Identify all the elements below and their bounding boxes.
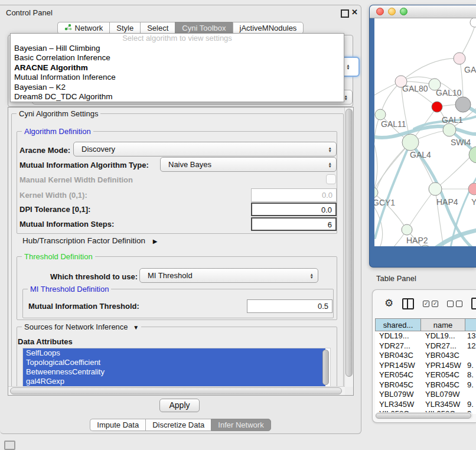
column-header[interactable]: name — [421, 318, 465, 331]
algorithm-option[interactable]: Bayesian – K2 — [11, 83, 344, 92]
control-panel-tabbar: NetworkStyleSelectCyni ToolboxjActiveMNo… — [0, 22, 361, 34]
list-scrollbar-thumb[interactable] — [322, 350, 329, 385]
table-cell: 13 — [465, 331, 476, 341]
apply-button[interactable]: Apply — [159, 399, 200, 412]
close-icon[interactable]: ✕ — [351, 8, 358, 17]
node-hap4[interactable] — [429, 182, 442, 195]
network-edge[interactable] — [435, 155, 472, 189]
table-row[interactable]: YPR145WYPR145W9. — [375, 361, 476, 371]
data-attribute-item[interactable]: gal4RGexp — [23, 377, 325, 386]
node-gal4[interactable] — [402, 134, 419, 151]
data-attribute-item[interactable]: SelfLoops — [23, 348, 325, 358]
table-row[interactable]: YBR045CYBR045C9. — [375, 380, 476, 390]
aracne-mode-label: Aracne Mode: — [19, 146, 70, 155]
table-header-row: shared...name — [375, 318, 476, 331]
tab-cyni-toolbox[interactable]: Cyni Toolbox — [175, 22, 232, 34]
float-panel-icon[interactable] — [341, 9, 349, 18]
tab-discretize-data[interactable]: Discretize Data — [145, 419, 211, 431]
table-row[interactable]: YLR345WYLR345W9. — [375, 400, 476, 410]
manual-kernel-checkbox[interactable] — [326, 174, 336, 184]
table-horizontal-scrollbar[interactable] — [375, 412, 473, 419]
aracne-mode-combo[interactable]: Discovery ▲▼ — [73, 142, 337, 156]
settings-vertical-scrollbar[interactable] — [344, 107, 353, 387]
table-row[interactable]: YBL079WYBL079W — [375, 390, 476, 400]
tab-label: jActiveMNodules — [240, 22, 297, 34]
data-attribute-item[interactable]: BetweennessCentrality — [23, 367, 325, 377]
group-title: Algorithm Definition — [22, 127, 93, 136]
table-row[interactable]: YBR043CYBR043C — [375, 351, 476, 361]
network-canvas[interactable]: GAL80GAL10GAL1GAL11GAL4SWI4GCY1HAP4HAP2G… — [374, 18, 476, 246]
data-attribute-item[interactable]: TopologicalCoefficient — [23, 358, 325, 367]
table-cell: 12 — [465, 341, 476, 351]
mi-type-label: Mutual Information Algorithm Type: — [19, 161, 149, 169]
dpi-tolerance-field[interactable]: 0.0 — [251, 203, 337, 216]
chevron-right-icon[interactable]: ▶ — [153, 238, 158, 244]
tab-style[interactable]: Style — [109, 22, 140, 34]
kernel-width-field[interactable]: 0.0 — [251, 188, 337, 202]
algorithm-option[interactable]: Mutual Information Inference — [11, 73, 344, 82]
algorithm-option[interactable]: Basic Correlation Inference — [11, 53, 344, 63]
tab-label: Impute Data — [97, 419, 139, 431]
node-gray[interactable] — [455, 97, 471, 112]
hub-definition-toggle[interactable]: Hub/Transcription Factor Definition ▶ — [22, 236, 158, 245]
tab-infer-network[interactable]: Infer Network — [211, 419, 270, 431]
algorithm-option[interactable]: ARACNE Algorithm — [11, 63, 344, 73]
table-cell: YBL079W — [421, 390, 465, 400]
scrollbar-thumb[interactable] — [376, 413, 471, 419]
algorithm-option[interactable]: Bayesian – Hill Climbing — [11, 44, 344, 53]
aracne-mode-value: Discovery — [81, 145, 115, 154]
hub-definition-label: Hub/Transcription Factor Definition — [22, 236, 145, 245]
node-red[interactable] — [432, 102, 442, 112]
data-attributes-list: SelfLoopsTopologicalCoefficientBetweenne… — [22, 348, 331, 387]
sources-toggle[interactable]: Sources for Network Inference ▼ — [22, 322, 141, 331]
algorithm-option[interactable]: Dream8 DC_TDC Algorithm — [11, 92, 344, 102]
table-body: YDL19...YDL19...13YDR27...YDR27...12YBR0… — [375, 331, 476, 414]
chevron-down-icon[interactable]: ▼ — [133, 324, 139, 331]
table-cell: YPR145W — [375, 361, 421, 371]
zoom-traffic-light-icon[interactable] — [400, 8, 407, 15]
tab-network[interactable]: Network — [57, 22, 110, 34]
mi-threshold-field[interactable]: 0.5 — [247, 299, 332, 313]
table-row[interactable]: YDL19...YDL19...13 — [375, 331, 476, 341]
node-top-partial[interactable] — [470, 18, 476, 27]
sources-title: Sources for Network Inference — [24, 322, 128, 331]
tab-jactivemnodules[interactable]: jActiveMNodules — [233, 22, 304, 34]
node-label-gcy1: GCY1 — [374, 198, 395, 207]
node-gal1[interactable] — [443, 123, 456, 136]
scrollbar-thumb[interactable] — [10, 387, 342, 394]
deselect-all-icon[interactable] — [447, 301, 462, 307]
column-layout-icon[interactable] — [402, 298, 414, 309]
tab-impute-data[interactable]: Impute Data — [90, 419, 145, 431]
node-label-swi4: SWI4 — [451, 138, 471, 147]
gear-icon[interactable]: ⚙ — [384, 298, 393, 309]
column-header[interactable] — [465, 318, 476, 331]
dpi-tolerance-label: DPI Tolerance [0,1]: — [19, 205, 90, 214]
which-threshold-combo[interactable]: MI Threshold ▲▼ — [139, 268, 318, 283]
node-label-y: Y — [471, 197, 476, 207]
mi-type-value: Naive Bayes — [168, 160, 211, 169]
minimize-traffic-light-icon[interactable] — [388, 8, 396, 15]
select-all-icon[interactable]: ✓ ✓ — [423, 301, 438, 307]
table-row[interactable]: YDR27...YDR27...12 — [375, 341, 476, 351]
checked-box-icon: ✓ — [432, 301, 438, 307]
scrollbar-thumb[interactable] — [345, 109, 353, 377]
data-attributes-label: Data Attributes — [18, 337, 73, 346]
mi-steps-field[interactable]: 6 — [251, 217, 337, 231]
table-row[interactable]: YER054CYER054C8. — [375, 370, 476, 380]
node-y-pink[interactable] — [468, 183, 476, 195]
tab-label: Cyni Toolbox — [182, 22, 226, 34]
node-gal11[interactable] — [375, 109, 386, 120]
mi-type-combo[interactable]: Naive Bayes ▲▼ — [160, 157, 337, 172]
network-edge[interactable] — [407, 189, 435, 230]
node-gal-pink[interactable] — [454, 53, 465, 64]
panel-grip-icon[interactable] — [4, 441, 15, 450]
column-header[interactable]: shared... — [375, 318, 421, 331]
network-edge-thick[interactable] — [375, 142, 410, 238]
close-traffic-light-icon[interactable] — [376, 8, 384, 15]
settings-horizontal-scrollbar[interactable] — [8, 386, 345, 395]
tab-select[interactable]: Select — [140, 22, 175, 34]
node-hap2[interactable] — [402, 224, 412, 235]
export-table-icon[interactable] — [471, 298, 476, 309]
network-window-titlebar[interactable] — [370, 5, 476, 18]
table-cell: YBR045C — [375, 380, 421, 390]
